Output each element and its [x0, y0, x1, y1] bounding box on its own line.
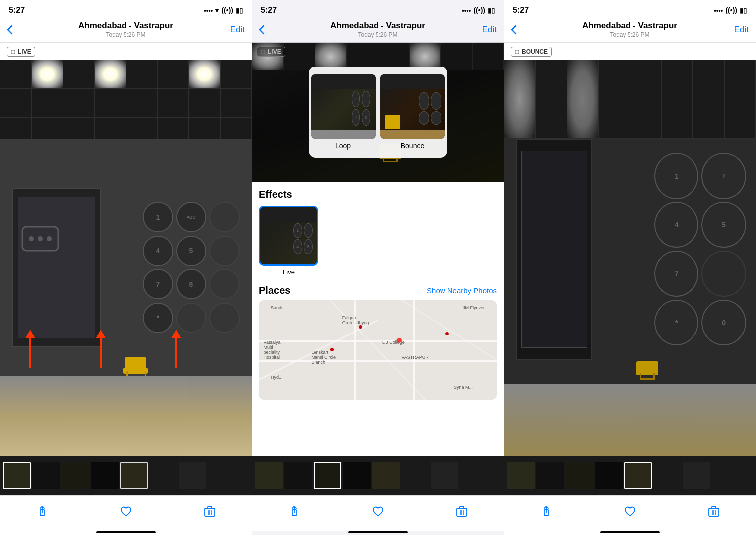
status-time-2: 5:27	[261, 6, 277, 15]
film-thumb-2-5[interactable]	[372, 462, 400, 489]
share-button-2[interactable]	[283, 501, 305, 523]
nc-4: 4	[654, 202, 698, 248]
nc-1: 1	[654, 153, 698, 199]
nc-7: 7	[654, 251, 698, 296]
popup-thumb-bounce[interactable]: 1	[380, 74, 445, 139]
wifi-icon-1: ▾	[215, 7, 219, 14]
signal-icon-3: ••••	[714, 7, 723, 14]
filmstrip-1[interactable]	[0, 456, 252, 495]
filmstrip-3[interactable]	[504, 456, 756, 495]
ceiling-tile	[220, 89, 252, 118]
popup-item-bounce[interactable]: 1	[380, 74, 445, 150]
share-button-3[interactable]	[535, 501, 557, 523]
effect-item-live[interactable]: 1 4 5 Live	[259, 206, 318, 276]
film-thumb-3-7[interactable]	[683, 462, 710, 489]
number-circle: *	[143, 303, 173, 333]
nav-title-2: Ahmedabad - Vastrapur Today 5:26 PM	[279, 21, 477, 38]
door-glass-1	[18, 197, 95, 338]
share-button-1[interactable]	[31, 501, 53, 523]
number-circle: 5	[176, 236, 206, 266]
status-bar-1: 5:27 •••• ▾ ((•)) ▮▯	[0, 0, 252, 19]
delete-button-1[interactable]	[199, 501, 221, 523]
film-thumb-3-1[interactable]	[507, 462, 535, 489]
film-thumb-3-5[interactable]	[624, 462, 652, 489]
places-section: Places Show Nearby Photos Sands FalgunGr…	[252, 280, 504, 456]
film-thumb-2-6[interactable]	[401, 462, 429, 489]
map-area[interactable]: Sands FalgunGruh Udhyog IIM Flyover Vats…	[259, 300, 497, 400]
popup-item-loop[interactable]: 1 4 5 Loop	[311, 74, 376, 150]
popup-label-bounce: Bounce	[401, 142, 424, 150]
nc-0: 0	[701, 300, 746, 345]
home-indicator-1	[0, 531, 252, 535]
ceiling-1	[0, 60, 252, 147]
live-dot-1	[11, 50, 15, 54]
film-thumb-2-7[interactable]	[431, 462, 458, 489]
wifi-icon-2: ((•))	[473, 6, 485, 14]
number-circle	[176, 303, 206, 333]
back-button-2[interactable]	[259, 25, 279, 35]
ceiling-tile	[157, 89, 189, 118]
filmstrip-2[interactable]	[252, 456, 504, 495]
svg-point-3	[47, 236, 52, 241]
signal-icon-1: ••••	[204, 7, 213, 14]
popup-box: 1 4 5 Loop	[309, 67, 447, 158]
popup-label-loop: Loop	[335, 142, 351, 150]
film-thumb-1[interactable]	[3, 462, 31, 489]
number-circle: 4	[143, 236, 173, 266]
number-circle	[209, 236, 240, 266]
film-thumb-7[interactable]	[179, 462, 206, 489]
panel-1-live: 5:27 •••• ▾ ((•)) ▮▯ Ahmedabad - Vastrap…	[0, 0, 252, 535]
photo-area-3[interactable]: 1 2 4 5 7 * 0	[504, 60, 756, 456]
map-pin-3	[330, 348, 334, 351]
ceiling-tile	[220, 60, 252, 89]
delete-button-2[interactable]	[451, 501, 473, 523]
nc-5: 5	[701, 202, 746, 248]
heart-button-1[interactable]	[115, 501, 137, 523]
show-nearby-photos-link[interactable]: Show Nearby Photos	[427, 286, 497, 295]
places-header: Places Show Nearby Photos	[259, 285, 497, 296]
home-indicator-3	[504, 531, 756, 535]
heart-button-3[interactable]	[619, 501, 641, 523]
back-button-1[interactable]	[7, 25, 27, 35]
film-thumb-3[interactable]	[62, 462, 89, 489]
map-label-sands: Sands	[271, 305, 284, 310]
edit-button-3[interactable]: Edit	[729, 25, 749, 35]
film-thumb-2-4[interactable]	[343, 462, 371, 489]
ceiling-tile	[63, 60, 94, 89]
edit-button-2[interactable]: Edit	[477, 25, 497, 35]
battery-icon-3: ▮▯	[740, 7, 747, 14]
film-thumb-6[interactable]	[149, 462, 177, 489]
back-button-3[interactable]	[511, 25, 531, 35]
film-thumb-3-3[interactable]	[566, 462, 593, 489]
effects-popup[interactable]: 1 4 5 Loop	[252, 43, 504, 182]
film-thumb-3-6[interactable]	[653, 462, 681, 489]
edit-button-1[interactable]: Edit	[225, 25, 245, 35]
bounce-badge: BOUNCE	[511, 47, 552, 57]
number-circle: 7	[143, 269, 173, 299]
popup-thumb-loop[interactable]: 1 4 5	[311, 74, 376, 139]
film-thumb-2-1[interactable]	[255, 462, 283, 489]
number-circles-3: 1 2 4 5 7 * 0	[652, 151, 748, 347]
film-thumb-4[interactable]	[91, 462, 119, 489]
film-thumb-3-4[interactable]	[595, 462, 623, 489]
delete-button-3[interactable]	[703, 501, 725, 523]
home-indicator-2	[252, 531, 504, 535]
live-badge-1: LIVE	[7, 47, 35, 57]
home-bar-3	[600, 531, 660, 533]
film-thumb-5[interactable]	[120, 462, 148, 489]
ceiling-tile	[63, 89, 94, 118]
photo-area-2[interactable]: LIVE	[252, 43, 504, 182]
ceiling-tile	[31, 89, 63, 118]
nc-2: 2	[701, 153, 746, 199]
places-title: Places	[259, 285, 290, 296]
effect-thumb-live[interactable]: 1 4 5	[259, 206, 318, 266]
film-thumb-2-2[interactable]	[284, 462, 312, 489]
heart-button-2[interactable]	[367, 501, 389, 523]
film-thumb-3-2[interactable]	[536, 462, 564, 489]
status-icons-2: •••• ((•)) ▮▯	[462, 6, 495, 14]
film-thumb-2[interactable]	[32, 462, 60, 489]
photo-area-1[interactable]: 1 ABC 4 5 7 8 *	[0, 60, 252, 456]
film-thumb-2-3[interactable]	[314, 462, 341, 489]
ceiling-light	[31, 60, 63, 89]
effects-carousel: 1 4 5 Live	[259, 206, 497, 276]
